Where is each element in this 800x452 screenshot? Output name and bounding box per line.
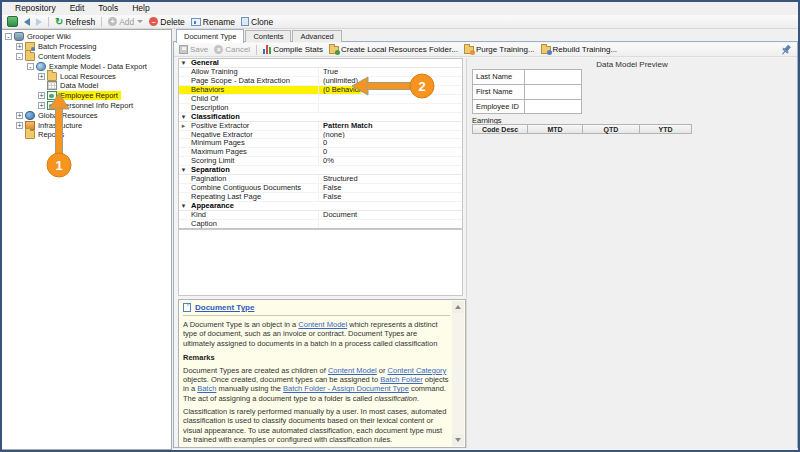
preview-fields: Last Name First Name Employee ID (472, 69, 582, 114)
rename-button[interactable]: Rename (188, 15, 238, 28)
tree-item-content-models[interactable]: - Content Models (2, 52, 171, 62)
prop-repeating-last-page[interactable]: Repeating Last PageFalse (179, 193, 462, 202)
field-label-first-name: First Name (472, 84, 525, 99)
doc-link[interactable]: Batch Folder - Assign Document Type (283, 384, 409, 393)
save-label: Save (190, 45, 208, 54)
documentation-panel: Document Type A Document Type is an obje… (178, 299, 466, 448)
tree-item-local-resources[interactable]: + Local Resources (2, 71, 171, 81)
field-label-last-name: Last Name (472, 69, 525, 84)
preview-title: Data Model Preview (467, 60, 797, 69)
prop-combine-contiguous[interactable]: Combine Contiguous DocumentsFalse (179, 184, 462, 193)
tree-item-label: Grooper Wiki (27, 32, 71, 41)
doc-scrollbar[interactable] (452, 301, 464, 446)
tab-strip: Document Type Contents Advanced (176, 29, 343, 42)
back-button[interactable] (21, 15, 33, 28)
tree-item-label: Example Model - Data Export (49, 62, 147, 71)
delete-button[interactable]: – Delete (146, 15, 188, 28)
tree-item-reports[interactable]: Reports (2, 130, 171, 140)
connect-icon (7, 16, 18, 27)
tree-expander[interactable]: + (38, 73, 45, 80)
clone-button[interactable]: Clone (238, 15, 276, 28)
tree-item-label: Batch Processing (38, 42, 96, 51)
tree-expander[interactable]: + (16, 112, 23, 119)
tree-item-data-model[interactable]: Data Model (2, 81, 171, 91)
doc-link[interactable]: Content Category (388, 366, 447, 375)
rename-label: Rename (203, 17, 235, 27)
tree-expander[interactable]: - (5, 33, 12, 40)
menu-help[interactable]: Help (125, 2, 156, 15)
row-expander-icon[interactable]: ▸ (179, 122, 188, 130)
doc-link[interactable]: Batch Folder (380, 375, 423, 384)
globe-icon (25, 111, 35, 120)
first-name-input[interactable] (525, 84, 582, 99)
doc-paragraph: A Document Type is an object in a Conten… (183, 320, 450, 348)
create-local-label: Create Local Resources Folder... (341, 45, 458, 54)
menu-tools[interactable]: Tools (91, 2, 125, 15)
rename-icon (191, 18, 201, 26)
document-icon (183, 303, 191, 312)
doc-title-link[interactable]: Document Type (195, 303, 254, 312)
scroll-down-icon[interactable] (452, 434, 464, 446)
prop-description[interactable]: Description (179, 104, 462, 113)
toolbar-separator (48, 17, 49, 27)
tab-advanced[interactable]: Advanced (292, 30, 341, 42)
field-row: Employee ID (472, 99, 582, 114)
forward-button[interactable] (33, 15, 45, 28)
column-header-ytd: YTD (640, 124, 692, 134)
tree-expander[interactable]: - (16, 53, 23, 60)
tree-item-example-model[interactable]: - Example Model - Data Export (2, 61, 171, 71)
category-appearance[interactable]: ▼Appearance (179, 202, 462, 211)
tree-item-global-resources[interactable]: + Global Resources (2, 110, 171, 120)
tree-expander[interactable]: - (27, 63, 34, 70)
last-name-input[interactable] (525, 69, 582, 84)
tree-item-personnel-info-report[interactable]: + Personnel Info Report (2, 101, 171, 111)
category-general[interactable]: ▼General (179, 59, 462, 68)
tab-contents[interactable]: Contents (245, 30, 291, 42)
connect-button[interactable] (4, 15, 21, 28)
prop-pagination[interactable]: PaginationStructured (179, 175, 462, 184)
prop-negative-extractor[interactable]: Negative Extractor(none) (179, 131, 462, 140)
category-classification[interactable]: ▼Classification (179, 113, 462, 122)
prop-minimum-pages[interactable]: Minimum Pages0 (179, 139, 462, 148)
delete-label: Delete (160, 17, 185, 27)
menu-edit[interactable]: Edit (63, 2, 92, 15)
scroll-up-icon[interactable] (452, 301, 464, 313)
column-header-mtd: MTD (528, 124, 583, 134)
data-model-preview-panel: Data Model Preview Last Name First Name … (466, 58, 797, 448)
app-window: Repository Edit Tools Help ↻ Refresh + A… (0, 0, 800, 452)
compile-stats-label: Compile Stats (273, 45, 323, 54)
earnings-table-header: Code Desc MTD QTD YTD (472, 124, 692, 134)
field-row: First Name (472, 84, 582, 99)
compile-stats-button[interactable]: Compile Stats (260, 43, 326, 56)
tree-expander[interactable]: + (16, 43, 23, 50)
tree-item-grooper-wiki[interactable]: - Grooper Wiki (2, 32, 171, 42)
doc-link[interactable]: Batch (197, 384, 216, 393)
doc-link[interactable]: Content Model (298, 320, 347, 329)
menu-repository[interactable]: Repository (8, 2, 63, 15)
prop-positive-extractor[interactable]: ▸Positive ExtractorPattern Match (179, 122, 462, 131)
field-row: Last Name (472, 69, 582, 84)
prop-scoring-limit[interactable]: Scoring Limit0% (179, 157, 462, 166)
cancel-button[interactable]: × Cancel (211, 43, 253, 56)
doc-header: Document Type (183, 303, 450, 316)
chevron-down-icon: ▼ (179, 112, 188, 120)
create-local-resources-button[interactable]: Create Local Resources Folder... (326, 43, 461, 56)
rebuild-training-button[interactable]: Rebuild Training... (538, 43, 620, 56)
purge-training-button[interactable]: Purge Training... (461, 43, 538, 56)
tab-document-type[interactable]: Document Type (176, 29, 244, 43)
category-separation[interactable]: ▼Separation (179, 166, 462, 175)
tree-expander[interactable]: + (16, 122, 23, 129)
chevron-down-icon: ▼ (179, 166, 188, 174)
prop-maximum-pages[interactable]: Maximum Pages0 (179, 148, 462, 157)
callout-2: 2 (348, 72, 440, 104)
save-button[interactable]: Save (176, 43, 211, 56)
pin-icon[interactable] (780, 44, 792, 56)
prop-kind[interactable]: KindDocument (179, 211, 462, 220)
employee-id-input[interactable] (525, 99, 582, 114)
refresh-button[interactable]: ↻ Refresh (52, 15, 98, 28)
add-button[interactable]: + Add (105, 15, 146, 28)
save-icon (179, 45, 188, 54)
doc-link[interactable]: Content Model (328, 366, 377, 375)
prop-caption[interactable]: Caption (179, 220, 462, 229)
tree-item-employee-report[interactable]: + Employee Report (2, 91, 171, 101)
